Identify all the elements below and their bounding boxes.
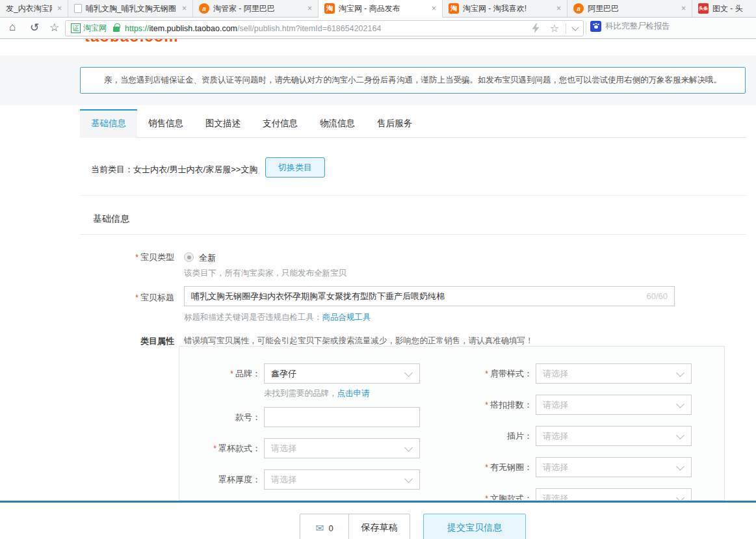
- brand-value: 鑫孕仔: [271, 369, 296, 378]
- extension-label: 科比完整尸检报告: [605, 21, 670, 32]
- attrs-label: 类目属性: [80, 335, 174, 347]
- url-host: item.publish.taobao.com: [150, 24, 238, 33]
- url-path: /sell/publish.htm?itemId=618654202164: [237, 24, 381, 33]
- tab-after-sales[interactable]: 售后服务: [366, 109, 423, 138]
- save-draft-button[interactable]: 保存草稿: [349, 514, 410, 539]
- taobao-icon: 淘: [449, 3, 459, 14]
- item-type-radio[interactable]: [184, 252, 194, 262]
- chevron-down-icon: [404, 369, 413, 377]
- home-icon[interactable]: ⌂: [9, 21, 16, 34]
- favorite-star-icon[interactable]: ☆: [550, 22, 559, 34]
- browser-tab-active[interactable]: 淘 淘宝网 - 商品发布 ×: [319, 0, 443, 18]
- hook-rows-label: 搭扣排数：: [461, 395, 532, 415]
- notice-banner: 亲，当您遇到店铺保证金、资质认证等问题时，请先确认对方的淘宝小二身份后再沟通，谨…: [80, 67, 746, 94]
- taobao-logo: taobao.com: [85, 39, 179, 46]
- item-title-input[interactable]: 哺乳文胸无钢圈孕妇内衣怀孕期胸罩女聚拢有型防下垂产后喂奶纯棉 60/60: [184, 286, 675, 306]
- switch-category-button[interactable]: 切换类目: [265, 157, 325, 177]
- lightning-icon[interactable]: [532, 23, 540, 33]
- cup-thickness-placeholder: 请选择: [271, 475, 296, 484]
- brand-apply-link[interactable]: 点击申请: [337, 389, 370, 398]
- cup-style-select[interactable]: 请选择: [264, 438, 420, 458]
- cup-thickness-select[interactable]: 请选择: [264, 469, 420, 490]
- browser-tab[interactable]: 哺乳文胸_哺乳文胸无钢圈 ×: [68, 0, 193, 17]
- brand-label: 品牌：: [189, 363, 261, 384]
- chevron-down-icon: [676, 462, 684, 471]
- chevron-down-icon: [404, 475, 413, 483]
- bottom-action-bar: ✉ 0 保存草稿 提交宝贝信息: [0, 501, 756, 539]
- bra-style-label: 文胸款式：: [461, 488, 532, 501]
- style-number-label: 款号：: [189, 407, 261, 427]
- underwire-select[interactable]: 请选择: [536, 457, 692, 477]
- item-type-option-label: 全新: [199, 252, 216, 264]
- paw-extension-icon[interactable]: [590, 21, 601, 32]
- bookmark-star-icon[interactable]: ☆: [49, 21, 59, 34]
- tab-close-icon[interactable]: ×: [182, 4, 187, 13]
- tab-close-icon[interactable]: ×: [556, 4, 561, 13]
- brand-select[interactable]: 鑫孕仔: [264, 363, 420, 384]
- browser-tab[interactable]: 发_内衣淘宝网 ×: [0, 0, 68, 17]
- category-label: 当前类目：: [91, 164, 133, 174]
- site-cert-badge: 证: [71, 23, 81, 33]
- hook-rows-select[interactable]: 请选择: [536, 395, 692, 415]
- tab-title: 图文 - 头: [712, 3, 750, 14]
- chevron-down-icon: [676, 400, 684, 408]
- cup-style-label: 罩杯款式：: [189, 438, 261, 459]
- tab-sales-info[interactable]: 销售信息: [137, 109, 194, 138]
- page-content: taobao.com 亲，当您遇到店铺保证金、资质认证等问题时，请先确认对方的淘…: [0, 39, 756, 501]
- document-icon: [74, 4, 82, 13]
- chevron-down-icon: [676, 493, 684, 501]
- tab-title: 淘宝网 - 淘我喜欢!: [463, 3, 551, 14]
- item-type-help: 该类目下，所有淘宝卖家，只能发布全新宝贝: [184, 268, 346, 279]
- chevron-down-icon: [404, 443, 413, 452]
- underwire-label: 有无钢圈：: [461, 457, 532, 478]
- browser-tab[interactable]: a 阿里巴巴 ×: [567, 0, 692, 17]
- tab-description[interactable]: 图文描述: [194, 109, 252, 138]
- tab-close-icon[interactable]: ×: [681, 4, 686, 13]
- message-count: 0: [329, 523, 333, 533]
- tab-title: 哺乳文胸_哺乳文胸无钢圈: [86, 3, 177, 14]
- cup-thickness-label: 罩杯厚度：: [189, 469, 261, 490]
- message-count-button[interactable]: ✉ 0: [300, 514, 348, 539]
- chevron-down-icon: [676, 431, 684, 440]
- strap-style-select[interactable]: 请选择: [536, 363, 692, 384]
- divider: [566, 23, 566, 34]
- envelope-icon: ✉: [315, 522, 324, 534]
- divider: [80, 195, 746, 196]
- bra-style-select[interactable]: 请选择: [536, 488, 692, 501]
- browser-tab[interactable]: 头条 图文 - 头: [692, 0, 756, 17]
- tab-title: 发_内衣淘宝网: [6, 3, 52, 14]
- url-text[interactable]: https://item.publish.taobao.com/sell/pub…: [125, 24, 381, 33]
- tab-close-icon[interactable]: ×: [432, 4, 436, 13]
- tab-payment-info[interactable]: 支付信息: [252, 109, 309, 138]
- back-icon[interactable]: ↺: [30, 21, 39, 34]
- browser-tab[interactable]: a 淘管家 - 阿里巴巴 ×: [193, 0, 319, 17]
- browser-extension[interactable]: 科比完整尸检报告: [590, 21, 670, 32]
- attributes-panel: 品牌： 鑫孕仔 未找到需要的品牌，点击申请 款号： 罩杯款式： 请选择 罩杯厚度…: [179, 346, 725, 501]
- tab-basic-info[interactable]: 基础信息: [80, 109, 137, 138]
- divider: [80, 234, 746, 235]
- attrs-warning: 错误填写宝贝属性，可能会引起宝贝下架或搜索流量减少，影响您的正常销售，请认真准确…: [184, 335, 534, 347]
- brand-help-text: 未找到需要的品牌，: [264, 389, 337, 398]
- divider: [586, 21, 586, 34]
- tab-close-icon[interactable]: ×: [307, 4, 312, 13]
- category-row: 当前类目：女士内衣/男士内衣/家居服>>文胸 切换类目: [0, 138, 756, 195]
- insert-pad-label: 插片：: [461, 426, 532, 446]
- address-bar[interactable]: 证 淘宝网 https://item.publish.taobao.com/se…: [65, 20, 584, 36]
- item-type-label: 宝贝类型: [80, 252, 174, 263]
- category-value: 女士内衣/男士内衣/家居服>>文胸: [133, 164, 257, 174]
- compliance-tool-link[interactable]: 商品合规工具: [322, 313, 371, 322]
- hook-rows-placeholder: 请选择: [543, 400, 568, 410]
- site-name: 淘宝网: [83, 23, 107, 34]
- browser-tab[interactable]: 淘 淘宝网 - 淘我喜欢! ×: [443, 0, 567, 17]
- style-number-input[interactable]: [264, 407, 420, 427]
- insert-pad-select[interactable]: 请选择: [536, 426, 692, 446]
- title-help-text: 标题和描述关键词是否违规自检工具：: [184, 313, 322, 322]
- url-scheme: https://: [125, 24, 150, 33]
- tab-logistics-info[interactable]: 物流信息: [309, 109, 366, 138]
- tab-close-icon[interactable]: ×: [57, 4, 62, 13]
- url-dropdown-chevron-icon[interactable]: [571, 23, 579, 31]
- browser-toolbar: ⌂ ↺ ☆ 证 淘宝网 https://item.publish.taobao.…: [0, 18, 756, 39]
- toutiao-icon: 头条: [698, 3, 709, 14]
- submit-item-button[interactable]: 提交宝贝信息: [423, 514, 526, 539]
- lock-icon: [113, 27, 120, 32]
